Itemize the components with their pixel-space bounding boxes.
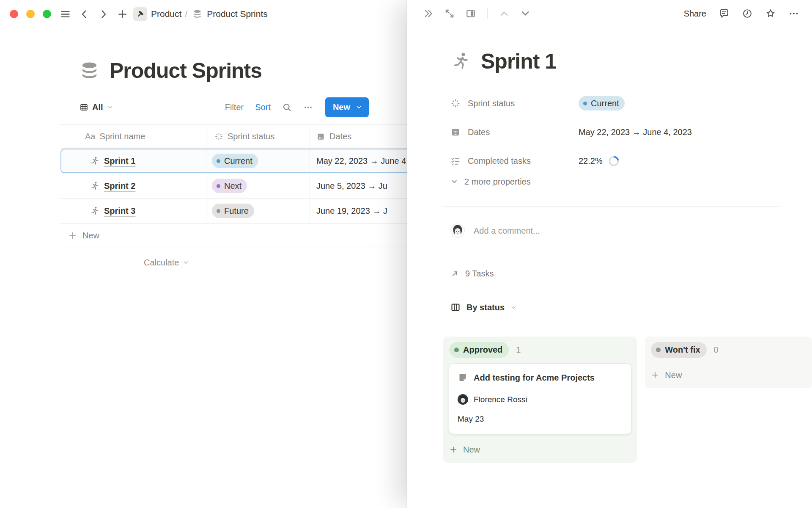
row-status-cell[interactable]: Next — [206, 174, 310, 198]
running-person-icon — [90, 206, 99, 216]
chevron-down-icon — [107, 104, 113, 110]
column-header-label: Sprint name — [99, 132, 145, 141]
zoom-window-button[interactable] — [43, 10, 51, 18]
comment-placeholder: Add a comment... — [474, 226, 540, 236]
table-header-row: Aa Sprint name Sprint status Dates — [60, 124, 407, 149]
row-dates-cell[interactable]: May 22, 2023 → June 4, 2023 — [310, 149, 407, 173]
add-comment-box[interactable]: Add a comment... — [450, 218, 812, 243]
column-count: 0 — [714, 345, 719, 355]
text-property-icon: Aa — [85, 132, 95, 141]
sidebar-menu-icon[interactable] — [60, 8, 71, 20]
row-dates-cell[interactable]: June 5, 2023 → Ju — [310, 174, 407, 198]
card-title: Add testing for Acme Projects — [474, 372, 595, 384]
status-pill-approved: Approved — [449, 342, 509, 358]
divider — [443, 206, 780, 207]
status-property-icon — [214, 132, 223, 141]
status-pill: Current — [579, 96, 625, 110]
running-person-icon[interactable] — [450, 51, 471, 72]
database-icon-large[interactable] — [80, 61, 99, 81]
back-icon[interactable] — [79, 8, 90, 20]
share-button[interactable]: Share — [684, 9, 706, 19]
database-toolbar: All Filter Sort New — [80, 97, 369, 117]
tasks-backlink[interactable]: 9 Tasks — [450, 264, 812, 283]
status-pill: Next — [212, 179, 247, 193]
peek-page-title[interactable]: Sprint 1 — [481, 49, 556, 74]
board-view: Approved 1 Add testing for Acme Projects — [443, 337, 812, 463]
calculate-label: Calculate — [144, 258, 179, 268]
status-dot — [217, 184, 220, 188]
column-header-sprint-name[interactable]: Aa Sprint name — [60, 125, 206, 148]
view-tab-all[interactable]: All — [80, 102, 113, 112]
favorite-star-icon[interactable] — [765, 8, 776, 19]
row-dates-cell[interactable]: June 19, 2023 → J — [310, 199, 407, 223]
column-header-sprint-status[interactable]: Sprint status — [206, 125, 310, 148]
row-name-cell[interactable]: Sprint 2 — [60, 174, 206, 198]
breadcrumb-workspace[interactable]: Product — [151, 9, 181, 19]
board-column-approved: Approved 1 Add testing for Acme Projects — [443, 337, 637, 463]
search-icon[interactable] — [282, 102, 292, 112]
property-label[interactable]: Dates — [450, 127, 579, 137]
add-card-button[interactable]: New — [449, 442, 631, 458]
row-status-cell[interactable]: Current — [206, 149, 310, 173]
property-completed-tasks: Completed tasks 22.2% — [450, 152, 812, 169]
close-window-button[interactable] — [10, 10, 18, 18]
previous-page-icon[interactable] — [499, 8, 510, 19]
running-person-icon — [90, 156, 99, 166]
minimize-window-button[interactable] — [26, 10, 35, 18]
property-value[interactable]: May 22, 2023 → June 4, 2023 — [579, 127, 692, 137]
calculate-button[interactable]: Calculate — [144, 254, 407, 271]
sprint-name: Sprint 1 — [104, 156, 135, 166]
database-icon — [192, 9, 202, 19]
new-button-label: New — [333, 102, 350, 112]
more-properties-toggle[interactable]: 2 more properties — [450, 173, 812, 190]
row-status-cell[interactable]: Future — [206, 199, 310, 223]
peek-topbar: Share — [407, 0, 812, 27]
row-name-cell[interactable]: Sprint 1 — [60, 149, 206, 173]
status-pill: Current — [212, 154, 258, 168]
plus-icon — [449, 445, 458, 454]
filter-button[interactable]: Filter — [225, 102, 244, 112]
more-options-icon[interactable] — [303, 102, 313, 112]
row-name-cell[interactable]: Sprint 3 — [60, 199, 206, 223]
page-icon — [458, 373, 468, 383]
sort-button[interactable]: Sort — [255, 102, 271, 112]
new-page-icon[interactable] — [117, 8, 128, 20]
board-column-header[interactable]: Won't fix 0 — [651, 342, 806, 358]
history-clock-icon[interactable] — [742, 8, 753, 19]
assignee-name: Florence Rossi — [474, 395, 527, 404]
column-header-dates[interactable]: Dates — [310, 125, 407, 148]
status-dot — [217, 209, 220, 213]
main-page-panel: Product / Product Sprints Product Sprint… — [0, 0, 407, 508]
property-value[interactable]: Current — [579, 96, 625, 110]
board-view-tab[interactable]: By status — [450, 298, 812, 317]
plus-icon — [68, 231, 77, 240]
more-options-icon[interactable] — [788, 8, 799, 19]
calendar-icon — [450, 127, 461, 137]
column-header-label: Sprint status — [228, 132, 274, 141]
breadcrumb-page[interactable]: Product Sprints — [207, 9, 268, 19]
forward-icon[interactable] — [98, 8, 109, 20]
close-peek-icon[interactable] — [423, 8, 434, 19]
comments-icon[interactable] — [719, 8, 730, 19]
table-row-sprint-3: Sprint 3 Future June 19, 2023 → J — [60, 199, 407, 224]
checklist-icon — [450, 156, 461, 166]
expand-page-icon[interactable] — [444, 8, 455, 19]
chevron-down-icon — [510, 304, 517, 311]
task-card[interactable]: Add testing for Acme Projects Florence R… — [449, 364, 631, 434]
property-sprint-status: Sprint status Current — [450, 95, 812, 112]
status-pill-wont-fix: Won't fix — [651, 342, 706, 358]
property-label[interactable]: Completed tasks — [450, 156, 579, 166]
workspace-hammer-icon[interactable] — [133, 7, 147, 21]
side-peek-mode-icon[interactable] — [465, 8, 476, 19]
next-page-icon[interactable] — [520, 8, 531, 19]
board-column-header[interactable]: Approved 1 — [449, 342, 631, 358]
new-row-button[interactable]: New — [60, 224, 407, 248]
add-card-button[interactable]: New — [651, 367, 806, 383]
status-dot — [656, 348, 661, 352]
running-person-icon — [90, 181, 99, 191]
property-value[interactable]: 22.2% — [579, 155, 620, 167]
property-label[interactable]: Sprint status — [450, 98, 579, 108]
sprints-table: Aa Sprint name Sprint status Dates Sprin… — [60, 124, 407, 271]
new-button[interactable]: New — [325, 97, 369, 117]
board-view-icon — [450, 302, 461, 312]
